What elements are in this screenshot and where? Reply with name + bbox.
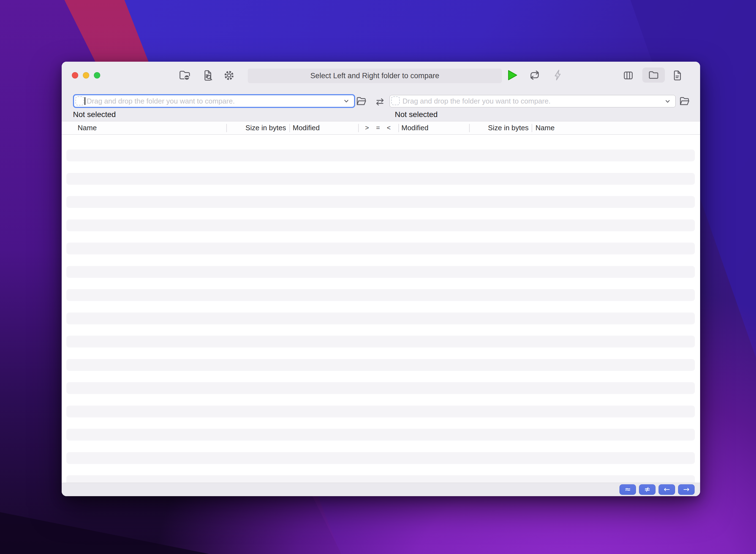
diff-report-button[interactable] bbox=[201, 69, 214, 82]
open-folder-icon bbox=[679, 95, 691, 107]
header-size-right[interactable]: Size in bytes bbox=[472, 121, 529, 135]
empty-row-stripe bbox=[66, 289, 695, 301]
header-greater: > bbox=[363, 121, 371, 135]
file-view-icon bbox=[671, 69, 684, 82]
empty-row-stripe bbox=[66, 242, 695, 255]
column-divider bbox=[289, 124, 290, 132]
right-folder-combobox[interactable] bbox=[390, 95, 676, 107]
files-view-button[interactable] bbox=[671, 69, 684, 82]
left-folder-combobox[interactable] bbox=[73, 94, 355, 108]
empty-row-stripe bbox=[66, 173, 695, 185]
filter-similar-button[interactable]: ≈ bbox=[620, 484, 636, 495]
file-search-icon bbox=[201, 69, 214, 82]
zoom-button[interactable] bbox=[94, 72, 100, 78]
filter-different-button[interactable]: ≉ bbox=[639, 484, 655, 495]
copy-to-left-button[interactable]: ← bbox=[658, 484, 675, 495]
right-folder-status: Not selected bbox=[395, 110, 438, 119]
column-divider bbox=[532, 124, 532, 132]
empty-row-stripe bbox=[66, 313, 695, 324]
start-compare-button[interactable] bbox=[506, 68, 519, 82]
app-window: Select Left and Right folder to compare bbox=[62, 62, 700, 496]
status-title-text: Select Left and Right folder to compare bbox=[310, 71, 439, 80]
header-name-left[interactable]: Name bbox=[78, 121, 97, 135]
column-divider bbox=[226, 124, 227, 132]
empty-row-stripe bbox=[66, 150, 695, 161]
header-less: < bbox=[385, 121, 393, 135]
copy-to-right-button[interactable]: → bbox=[678, 484, 695, 495]
auto-rescan-button[interactable] bbox=[528, 69, 541, 81]
swap-arrows-icon bbox=[374, 96, 386, 108]
table-header: Name Size in bytes Modified > = < Modifi… bbox=[62, 121, 700, 135]
empty-row-stripe bbox=[66, 359, 695, 371]
footer-bar: ≈ ≉ ← → bbox=[62, 483, 700, 496]
column-divider bbox=[358, 124, 359, 132]
repeat-icon bbox=[528, 69, 541, 81]
lightning-icon bbox=[552, 69, 564, 81]
settings-button[interactable] bbox=[223, 69, 235, 82]
close-button[interactable] bbox=[72, 72, 78, 78]
empty-row-stripe bbox=[66, 475, 695, 483]
browse-left-folder-button[interactable] bbox=[355, 95, 367, 107]
empty-row-stripe bbox=[66, 266, 695, 278]
text-caret bbox=[84, 97, 85, 105]
left-folder-status: Not selected bbox=[73, 110, 116, 119]
gear-icon bbox=[223, 69, 235, 82]
comparison-results-list[interactable] bbox=[62, 135, 700, 483]
open-folder-icon bbox=[355, 95, 367, 107]
folders-view-icon bbox=[647, 69, 660, 82]
window-chrome: Select Left and Right folder to compare bbox=[62, 62, 700, 121]
sidebar-panel-icon bbox=[622, 69, 635, 82]
empty-row-stripe bbox=[66, 405, 695, 418]
column-divider bbox=[469, 124, 470, 132]
swift-compare-button[interactable] bbox=[552, 69, 564, 81]
play-icon bbox=[506, 68, 519, 82]
remove-folder-icon bbox=[178, 69, 191, 82]
right-folder-input[interactable] bbox=[403, 95, 663, 107]
remove-folder-button[interactable] bbox=[178, 69, 191, 82]
chevron-down-icon[interactable] bbox=[343, 98, 350, 104]
chevron-down-icon[interactable] bbox=[664, 98, 671, 105]
header-equal: = bbox=[374, 121, 382, 135]
browse-right-folder-button[interactable] bbox=[679, 95, 691, 107]
empty-row-stripe bbox=[66, 196, 695, 208]
left-drop-target[interactable] bbox=[75, 96, 84, 105]
folders-view-button[interactable] bbox=[647, 69, 660, 82]
empty-row-stripe bbox=[66, 382, 695, 394]
status-title: Select Left and Right folder to compare bbox=[248, 68, 502, 83]
column-divider bbox=[398, 124, 399, 132]
header-modified-right[interactable]: Modified bbox=[401, 121, 428, 135]
empty-row-stripe bbox=[66, 336, 695, 347]
empty-row-stripe bbox=[66, 219, 695, 231]
left-folder-input[interactable] bbox=[87, 95, 342, 107]
header-size-left[interactable]: Size in bytes bbox=[230, 121, 286, 135]
right-drop-target[interactable] bbox=[391, 96, 400, 105]
empty-row-stripe bbox=[66, 452, 695, 464]
empty-row-stripe bbox=[66, 429, 695, 441]
header-name-right[interactable]: Name bbox=[535, 121, 555, 135]
minimize-button[interactable] bbox=[83, 72, 89, 78]
header-modified-left[interactable]: Modified bbox=[293, 121, 319, 135]
swap-folders-button[interactable] bbox=[374, 96, 386, 108]
toggle-sidebar-button[interactable] bbox=[622, 69, 635, 82]
